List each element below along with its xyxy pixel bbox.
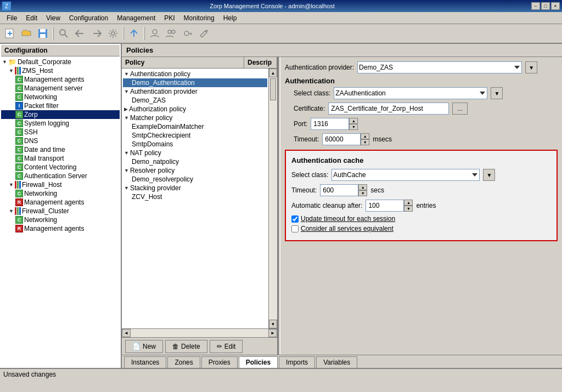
cache-timeout-input[interactable] [320, 184, 358, 196]
select-class-dropdown-btn[interactable]: ▼ [491, 87, 503, 99]
cache-timeout-spin-up[interactable]: ▲ [358, 184, 367, 190]
minimize-button[interactable]: − [531, 2, 540, 10]
edit-button[interactable]: ✏ Edit [210, 340, 243, 353]
timeout-input[interactable] [322, 133, 361, 145]
ptree-auth-policy[interactable]: ▼ Authentication policy [123, 70, 267, 78]
sidebar-item-packet-filter[interactable]: I Packet filter [1, 101, 120, 110]
sidebar-item-fw-management-agents[interactable]: R Management agents [1, 198, 120, 207]
ptree-smtp-domains[interactable]: SmtpDomains [123, 140, 267, 149]
certificate-browse-btn[interactable]: ... [452, 103, 468, 115]
update-timeout-checkbox[interactable] [291, 215, 299, 223]
sidebar-item-dns[interactable]: C DNS [1, 137, 120, 145]
ptree-zcv-host[interactable]: ZCV_Host [123, 192, 267, 201]
ptree-demo-auth[interactable]: Demo_Authentication [123, 78, 267, 87]
tab-instances[interactable]: Instances [124, 356, 166, 368]
menu-help[interactable]: Help [219, 13, 241, 23]
select-class-select[interactable]: ZAAuthentication [334, 87, 487, 99]
update-timeout-label[interactable]: Update timeout for each session [301, 215, 395, 223]
cache-class-dropdown-btn[interactable]: ▼ [483, 169, 495, 181]
ptree-matcher[interactable]: ▼ Matcher policy [123, 113, 267, 122]
maximize-button[interactable]: □ [541, 2, 550, 10]
menu-configuration[interactable]: Configuration [65, 13, 113, 23]
port-spin-up[interactable]: ▲ [349, 118, 358, 124]
toolbar-group-btn[interactable] [164, 26, 179, 41]
toolbar-open-btn[interactable] [19, 26, 34, 41]
sidebar-item-default-corporate[interactable]: ▼ 📁 Default_Corporate [1, 58, 120, 66]
scroll-up-btn[interactable]: ▲ [269, 69, 277, 77]
cache-select-class-select[interactable]: AuthCache [331, 169, 480, 181]
tab-imports[interactable]: Imports [279, 356, 315, 368]
hscroll-right-btn[interactable]: ► [268, 329, 277, 337]
ptree-auth-provider[interactable]: ▼ Authentication provider [123, 87, 267, 96]
policy-tree[interactable]: ▼ Authentication policy Demo_Authenticat… [122, 69, 268, 328]
toolbar-deploy-btn[interactable] [126, 26, 142, 41]
policy-hscrollbar[interactable]: ◄ ► [122, 328, 277, 337]
ptree-demo-zas[interactable]: Demo_ZAS [123, 96, 267, 105]
sidebar-item-ssh[interactable]: C SSH [1, 128, 120, 137]
sidebar-item-zorp[interactable]: C Zorp [1, 110, 120, 119]
cleanup-spin-down[interactable]: ▼ [404, 206, 413, 212]
cleanup-input[interactable] [366, 200, 404, 212]
menu-management[interactable]: Management [113, 13, 160, 23]
sidebar-item-content-vectoring[interactable]: C Content Vectoring [1, 163, 120, 172]
toolbar-save-btn[interactable] [35, 26, 50, 41]
menu-monitoring[interactable]: Monitoring [179, 13, 219, 23]
toolbar-forward-btn[interactable] [89, 26, 104, 41]
toolbar-key-btn[interactable] [180, 26, 195, 41]
cache-timeout-spin-down[interactable]: ▼ [358, 190, 367, 196]
auth-provider-dropdown-btn[interactable]: ▼ [525, 61, 537, 73]
ptree-smtp-check[interactable]: SmtpCheckrecipient [123, 131, 267, 140]
delete-button[interactable]: 🗑 Delete [165, 340, 207, 353]
sidebar-item-management-server[interactable]: C Management server [1, 84, 120, 93]
sidebar-item-fc-networking[interactable]: C Networking [1, 215, 120, 224]
cleanup-spin-up[interactable]: ▲ [404, 200, 413, 206]
timeout-spin-down[interactable]: ▼ [361, 139, 369, 145]
sidebar-item-system-logging[interactable]: C System logging [1, 119, 120, 128]
toolbar-settings-btn[interactable] [105, 26, 121, 41]
sidebar-item-auth-server[interactable]: C Authentication Server [1, 172, 120, 180]
certificate-input[interactable] [328, 103, 449, 115]
close-button[interactable]: × [551, 2, 560, 10]
policy-vscrollbar[interactable]: ▲ ▼ [268, 69, 277, 328]
toolbar-back-btn[interactable] [72, 26, 88, 41]
scroll-thumb[interactable] [270, 78, 276, 100]
tab-zones[interactable]: Zones [167, 356, 200, 368]
consider-all-checkbox[interactable] [291, 225, 299, 232]
ptree-resolver[interactable]: ▼ Resolver policy [123, 166, 267, 175]
sidebar-item-firewall-host[interactable]: ▼ Firewall_Host [1, 180, 120, 189]
auth-provider-select[interactable]: Demo_ZAS [357, 61, 522, 73]
toolbar-user-btn[interactable] [147, 26, 162, 41]
timeout-spin-up[interactable]: ▲ [361, 133, 369, 139]
ptree-nat[interactable]: ▼ NAT policy [123, 149, 267, 157]
ptree-demo-nat[interactable]: Demo_natpolicy [123, 157, 267, 166]
scroll-down-btn[interactable]: ▼ [269, 320, 277, 328]
toolbar-edit2-btn[interactable] [196, 26, 212, 41]
sidebar-item-fw-networking[interactable]: C Networking [1, 189, 120, 198]
port-input[interactable] [311, 118, 349, 130]
consider-all-label[interactable]: Consider all services equivalent [301, 225, 394, 232]
menu-file[interactable]: File [2, 13, 21, 23]
toolbar-search-btn[interactable] [56, 26, 71, 41]
ptree-auth-policy2[interactable]: ▶ Authorization policy [123, 105, 267, 113]
sidebar-item-mail-transport[interactable]: C Mail transport [1, 154, 120, 163]
ptree-example-domain[interactable]: ExampleDomainMatcher [123, 122, 267, 131]
hscroll-left-btn[interactable]: ◄ [122, 329, 131, 337]
sidebar-item-fc-management-agents[interactable]: R Management agents [1, 224, 120, 233]
tab-policies[interactable]: Policies [239, 356, 278, 368]
menu-pki[interactable]: PKI [160, 13, 179, 23]
ptree-demo-resolver[interactable]: Demo_resolverpolicy [123, 175, 267, 184]
new-button[interactable]: 📄 New [125, 340, 163, 353]
sidebar-item-firewall-cluster[interactable]: ▼ Firewall_Cluster [1, 207, 120, 215]
tab-variables[interactable]: Variables [316, 356, 357, 368]
ptree-stacking[interactable]: ▼ Stacking provider [123, 184, 267, 192]
menu-edit[interactable]: Edit [21, 13, 42, 23]
port-spin-down[interactable]: ▼ [349, 124, 358, 130]
tab-proxies[interactable]: Proxies [201, 356, 238, 368]
toolbar-new-btn[interactable] [2, 26, 18, 41]
policy-col-policy[interactable]: Policy [122, 57, 244, 68]
sidebar-item-management-agents[interactable]: C Management agents [1, 75, 120, 84]
menu-view[interactable]: View [42, 13, 65, 23]
sidebar-item-zms-host[interactable]: ▼ ZMS_Host [1, 66, 120, 75]
sidebar-item-date-time[interactable]: C Date and time [1, 145, 120, 154]
sidebar-item-networking[interactable]: C Networking [1, 93, 120, 101]
